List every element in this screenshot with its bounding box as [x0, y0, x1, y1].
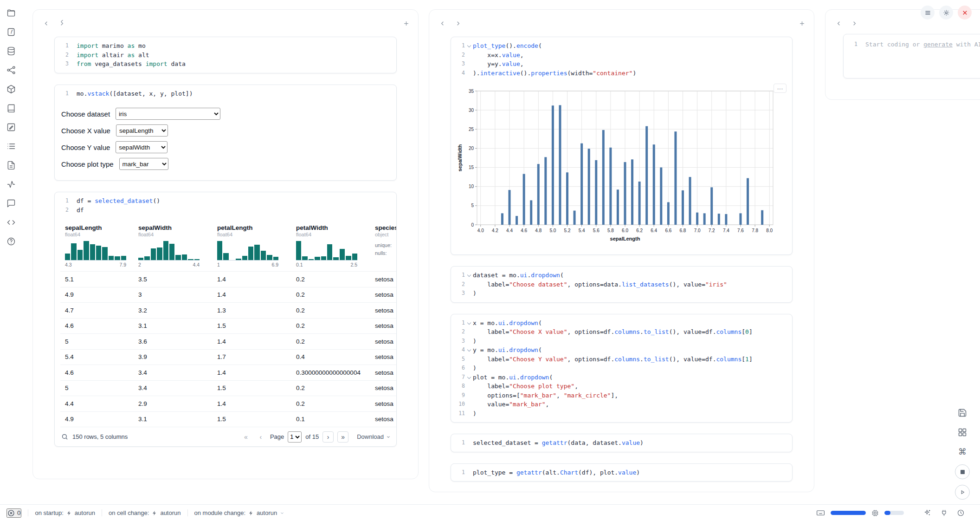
- shutdown-button[interactable]: [958, 6, 972, 20]
- next-page-button[interactable]: ›: [322, 431, 334, 443]
- first-page-button[interactable]: «: [240, 431, 251, 443]
- cell-vstack[interactable]: 1mo.vstack([dataset, x, y, plot]) Choose…: [54, 85, 397, 181]
- altair-bar-chart[interactable]: 4.04.24.44.64.85.05.25.45.65.86.06.26.46…: [457, 85, 789, 249]
- marimo-file-panel-button[interactable]: f: [6, 26, 17, 38]
- column-move-right-button[interactable]: [452, 18, 464, 29]
- outline-panel-button[interactable]: [6, 141, 17, 152]
- code-editor[interactable]: 1plot_type().encode(2 x=x.value,3 y=y.va…: [451, 37, 792, 82]
- histogram-range: 0.12.5: [296, 262, 357, 267]
- table-row[interactable]: 4.63.41.40.30000000000000004setosa: [60, 365, 396, 380]
- column-move-left-button[interactable]: [40, 18, 52, 29]
- table-row[interactable]: 4.73.21.30.2setosa: [60, 302, 396, 318]
- cell-dataset-dropdown[interactable]: 1dataset = mo.ui.dropdown(2 label="Choos…: [451, 266, 793, 303]
- packages-panel-button[interactable]: [6, 84, 17, 95]
- mini-histogram[interactable]: [138, 241, 200, 260]
- x-select[interactable]: sepalLength: [116, 124, 168, 137]
- help-panel-button[interactable]: [6, 236, 17, 247]
- empty-cell-editor[interactable]: 1 Start coding or generate with AI: [843, 34, 980, 78]
- datasources-panel-button[interactable]: [6, 46, 17, 57]
- search-icon[interactable]: [61, 433, 68, 440]
- cell-chart[interactable]: 1plot_type().encode(2 x=x.value,3 y=y.va…: [451, 37, 793, 255]
- add-cell-button[interactable]: [796, 18, 807, 29]
- runtime-on-cell-change[interactable]: on cell change: autorun: [109, 509, 181, 516]
- runtime-on-startup[interactable]: on startup: autorun: [35, 509, 95, 516]
- notebook-menu-button[interactable]: [921, 6, 935, 20]
- mini-histogram[interactable]: [65, 241, 126, 260]
- last-page-button[interactable]: »: [337, 431, 348, 443]
- page-select[interactable]: 1: [288, 431, 302, 443]
- column-name: species: [375, 224, 396, 231]
- table-row[interactable]: 4.931.40.2setosa: [60, 287, 396, 303]
- table-row[interactable]: 4.63.11.50.2setosa: [60, 318, 396, 334]
- code-editor[interactable]: 1plot_type = getattr(alt.Chart(df), plot…: [451, 464, 792, 482]
- tracing-panel-button[interactable]: [6, 179, 17, 190]
- documentation-panel-button[interactable]: [6, 103, 17, 114]
- kernel-connection-button[interactable]: [939, 508, 948, 518]
- y-select[interactable]: sepalWidth: [116, 141, 168, 153]
- dataset-select[interactable]: iris: [116, 108, 220, 120]
- table-cell: 3.1: [134, 416, 213, 423]
- table-cell: 1.4: [213, 400, 291, 407]
- line-number: 9: [451, 391, 465, 400]
- dependency-graph-panel-button[interactable]: [6, 65, 17, 76]
- chat-panel-button[interactable]: [6, 198, 17, 209]
- table-row[interactable]: 53.61.40.2setosa: [60, 333, 396, 349]
- code-editor[interactable]: 1dataset = mo.ui.dropdown(2 label="Choos…: [451, 267, 792, 302]
- ai-assist-button[interactable]: [922, 508, 932, 518]
- settings-button[interactable]: [939, 6, 953, 20]
- prev-page-button[interactable]: ‹: [255, 431, 266, 443]
- logs-panel-button[interactable]: [6, 160, 17, 171]
- cell-plot-type[interactable]: 1plot_type = getattr(alt.Chart(df), plot…: [451, 463, 793, 482]
- column-header[interactable]: sepalLengthfloat64: [60, 221, 134, 238]
- table-row[interactable]: 4.93.11.50.1setosa: [60, 411, 396, 427]
- table-row[interactable]: 5.43.91.70.4setosa: [60, 349, 396, 365]
- code-editor[interactable]: 1selected_dataset = getattr(data, datase…: [451, 434, 792, 452]
- save-button[interactable]: [955, 406, 969, 420]
- snippets-panel-button[interactable]: [6, 217, 17, 228]
- column-move-left-button[interactable]: [833, 18, 844, 29]
- cell-imports[interactable]: 1import marimo as mo2import altair as al…: [54, 37, 397, 73]
- column-header[interactable]: petalWidthfloat64: [291, 221, 370, 238]
- svg-text:4.2: 4.2: [492, 228, 498, 233]
- editor-placeholder[interactable]: Start coding or generate with AI: [865, 40, 980, 49]
- status-bar: 0 on startup: autorun on cell change: au…: [0, 504, 980, 521]
- mini-histogram[interactable]: [217, 241, 278, 260]
- column-header[interactable]: speciesobject: [370, 221, 396, 238]
- table-row[interactable]: 4.42.91.40.2setosa: [60, 396, 396, 411]
- table-cell: 0.2: [291, 322, 370, 329]
- cell-selected-dataset[interactable]: 1selected_dataset = getattr(data, datase…: [451, 434, 793, 452]
- code-editor[interactable]: 1x = mo.ui.dropdown(2 label="Choose X va…: [451, 314, 792, 423]
- download-button[interactable]: Download: [357, 433, 391, 440]
- cell-dataframe[interactable]: 1df = selected_dataset()2df sepalLengthf…: [54, 192, 397, 447]
- column-header[interactable]: petalLengthfloat64: [213, 221, 291, 238]
- code-editor[interactable]: 1df = selected_dataset()2df: [55, 192, 396, 219]
- table-row[interactable]: 53.41.50.2setosa: [60, 380, 396, 396]
- column-move-right-button[interactable]: [849, 18, 860, 29]
- plot-type-select[interactable]: mark_bar: [119, 158, 168, 170]
- code-editor[interactable]: 1mo.vstack([dataset, x, y, plot]): [55, 85, 396, 103]
- file-explorer-panel-button[interactable]: [6, 7, 17, 19]
- column-header[interactable]: sepalWidthfloat64: [134, 221, 213, 238]
- column-move-right-button[interactable]: [56, 18, 67, 29]
- keyboard-shortcuts-button[interactable]: ⌘: [955, 445, 969, 459]
- column-middle-cells: 1plot_type().encode(2 x=x.value,3 y=y.va…: [429, 31, 814, 493]
- generate-with-ai-link[interactable]: generate: [923, 41, 953, 48]
- recent-activity-button[interactable]: [956, 508, 965, 518]
- scratchpad-panel-button[interactable]: [6, 122, 17, 133]
- histogram-bar: [84, 241, 89, 260]
- cell-xy-plot-dropdowns[interactable]: 1x = mo.ui.dropdown(2 label="Choose X va…: [451, 314, 793, 423]
- add-cell-button[interactable]: [400, 18, 412, 29]
- runtime-on-module-change[interactable]: on module change: autorun: [194, 509, 285, 516]
- code-editor[interactable]: 1import marimo as mo2import altair as al…: [55, 37, 396, 73]
- errors-indicator[interactable]: 0: [6, 508, 21, 518]
- chart-menu-button[interactable]: ···: [774, 84, 787, 93]
- fold-chevron-icon: [465, 345, 473, 355]
- table-row[interactable]: 5.13.51.40.2setosa: [60, 271, 396, 287]
- interrupt-button[interactable]: [955, 464, 970, 479]
- mini-histogram[interactable]: [296, 241, 357, 260]
- layout-select-button[interactable]: [955, 425, 969, 439]
- column-move-left-button[interactable]: [437, 18, 448, 29]
- run-all-button[interactable]: [955, 485, 970, 500]
- code-line: 1mo.vstack([dataset, x, y, plot]): [55, 89, 392, 98]
- table-cell: 0.2: [291, 276, 370, 283]
